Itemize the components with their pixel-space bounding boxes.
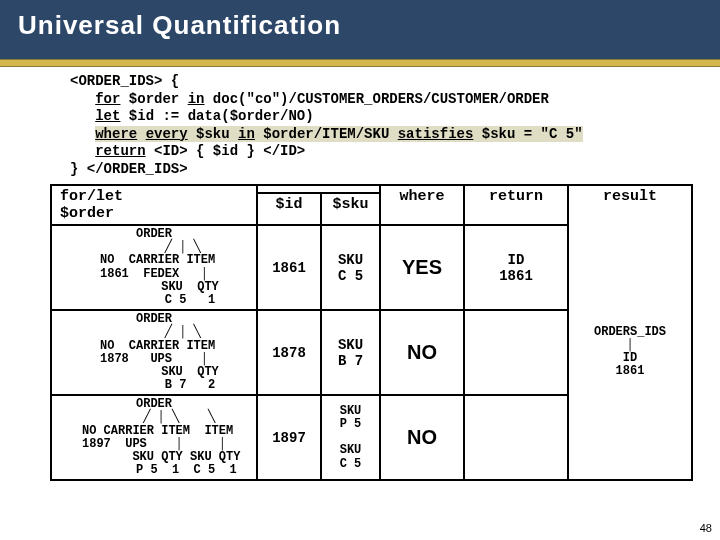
cell-sku: SKU C 5 bbox=[321, 225, 380, 310]
code-line-1: <ORDER_IDS> { bbox=[70, 73, 720, 91]
slide-header: Universal Quantification bbox=[0, 0, 720, 59]
page-number: 48 bbox=[700, 522, 712, 534]
code-line-2: for $order in doc("co")/CUSTOMER_ORDERS/… bbox=[70, 91, 720, 109]
divider bbox=[0, 59, 720, 67]
col-id: $id bbox=[257, 193, 321, 225]
table-row: ORDER ╱ │ ╲ NO CARRIER ITEM 1861 FEDEX │… bbox=[51, 225, 692, 310]
code-line-4: where every $sku in $order/ITEM/SKU sati… bbox=[70, 126, 720, 144]
cell-where: NO bbox=[380, 395, 464, 480]
col-return: return bbox=[489, 188, 543, 205]
col-where: where bbox=[399, 188, 444, 205]
code-line-6: } </ORDER_IDS> bbox=[70, 161, 720, 179]
order-tree: ORDER ╱ │ ╲ NO CARRIER ITEM 1878 UPS │ S… bbox=[51, 310, 257, 395]
code-block: <ORDER_IDS> { for $order in doc("co")/CU… bbox=[70, 73, 720, 178]
slide-title: Universal Quantification bbox=[18, 10, 702, 41]
cell-return bbox=[464, 395, 568, 480]
cell-result: ORDERS_IDS │ ID 1861 bbox=[568, 225, 692, 480]
code-line-3: let $id := data($order/NO) bbox=[70, 108, 720, 126]
col-result: result bbox=[603, 188, 657, 205]
cell-sku: SKU B 7 bbox=[321, 310, 380, 395]
cell-return: ID 1861 bbox=[464, 225, 568, 310]
cell-where: NO bbox=[380, 310, 464, 395]
order-tree: ORDER ╱ │ ╲ ╲ NO CARRIER ITEM ITEM 1897 … bbox=[51, 395, 257, 480]
col-forlet: for/let $order bbox=[51, 185, 257, 225]
code-line-5: return <ID> { $id } </ID> bbox=[70, 143, 720, 161]
header-row-1: for/let $order where return result bbox=[51, 185, 692, 193]
evaluation-table: for/let $order where return result $id $… bbox=[50, 184, 693, 481]
cell-id: 1897 bbox=[257, 395, 321, 480]
col-sku: $sku bbox=[321, 193, 380, 225]
cell-id: 1878 bbox=[257, 310, 321, 395]
cell-id: 1861 bbox=[257, 225, 321, 310]
cell-return bbox=[464, 310, 568, 395]
order-tree: ORDER ╱ │ ╲ NO CARRIER ITEM 1861 FEDEX │… bbox=[51, 225, 257, 310]
cell-where: YES bbox=[380, 225, 464, 310]
cell-sku: SKU P 5 SKU C 5 bbox=[321, 395, 380, 480]
